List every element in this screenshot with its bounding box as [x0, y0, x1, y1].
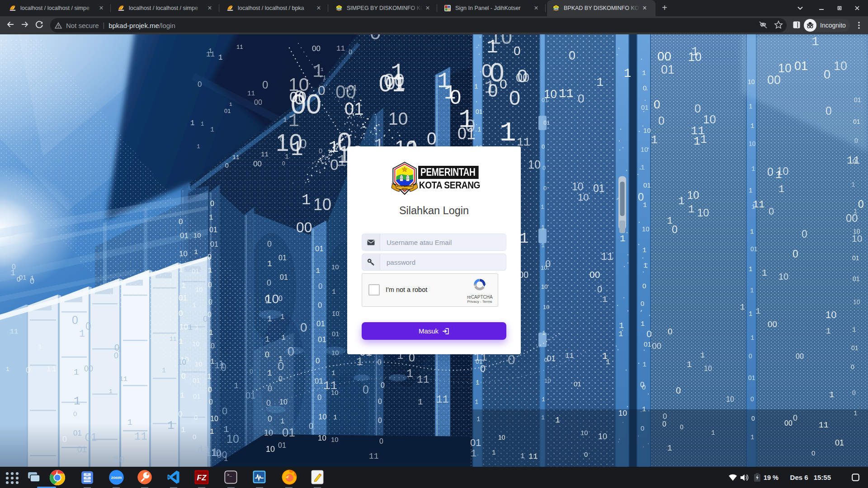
svg-text:1: 1 [775, 169, 782, 181]
svg-text:0: 0 [597, 284, 602, 294]
svg-text:10: 10 [618, 409, 627, 418]
svg-text:0: 0 [509, 86, 520, 109]
svg-text:01: 01 [543, 119, 550, 126]
svg-text:0: 0 [680, 423, 684, 431]
svg-text:1: 1 [265, 335, 270, 344]
svg-text:0: 0 [569, 49, 576, 62]
svg-text:0: 0 [85, 320, 91, 332]
svg-text:10: 10 [703, 113, 716, 126]
svg-text:01: 01 [853, 275, 860, 282]
svg-text:0: 0 [646, 328, 652, 339]
svg-text:0: 0 [543, 185, 547, 192]
svg-text:00: 00 [767, 73, 781, 87]
svg-text:01: 01 [73, 429, 82, 437]
svg-text:1: 1 [749, 103, 752, 110]
svg-text:01: 01 [245, 390, 255, 400]
svg-text:11: 11 [10, 328, 18, 336]
svg-text:0: 0 [480, 363, 486, 374]
svg-text:11: 11 [847, 155, 860, 167]
svg-text:0: 0 [278, 375, 283, 383]
svg-text:1: 1 [542, 396, 545, 403]
svg-text:1: 1 [201, 121, 204, 127]
svg-text:1: 1 [280, 418, 285, 426]
svg-text:1: 1 [750, 434, 754, 441]
svg-text:11: 11 [119, 375, 127, 383]
svg-text:1: 1 [267, 369, 272, 378]
svg-text:01: 01 [593, 183, 605, 194]
svg-text:1: 1 [667, 216, 673, 227]
svg-text:00: 00 [657, 49, 671, 63]
svg-text:0: 0 [178, 410, 182, 418]
svg-text:10: 10 [642, 225, 650, 233]
svg-text:10: 10 [749, 140, 756, 147]
svg-text:00: 00 [384, 70, 405, 90]
svg-text:1: 1 [693, 135, 700, 148]
svg-text:0: 0 [208, 253, 212, 261]
svg-text:1: 1 [229, 102, 232, 107]
svg-text:1: 1 [234, 381, 239, 390]
svg-text:1: 1 [688, 203, 694, 216]
svg-text:10: 10 [778, 61, 792, 75]
svg-text:1: 1 [755, 306, 760, 316]
svg-text:1: 1 [596, 76, 604, 89]
svg-text:0: 0 [72, 314, 78, 326]
svg-text:10: 10 [578, 192, 589, 203]
svg-text:1: 1 [280, 313, 285, 321]
svg-text:0: 0 [854, 137, 858, 144]
svg-text:0: 0 [545, 258, 551, 269]
svg-text:1: 1 [332, 288, 336, 296]
svg-text:1: 1 [651, 134, 658, 147]
svg-text:10: 10 [490, 34, 512, 48]
svg-text:0: 0 [194, 413, 198, 421]
svg-text:0: 0 [767, 165, 774, 178]
svg-text:1: 1 [751, 165, 755, 173]
svg-text:10: 10 [331, 349, 339, 357]
svg-text:0: 0 [824, 68, 830, 81]
svg-text:0: 0 [641, 424, 644, 432]
svg-text:0: 0 [663, 412, 667, 421]
svg-text:01: 01 [180, 231, 189, 240]
svg-text:01: 01 [835, 438, 844, 447]
svg-text:0: 0 [584, 450, 588, 458]
svg-text:0: 0 [793, 413, 797, 422]
svg-text:0: 0 [769, 206, 774, 217]
svg-text:0: 0 [282, 160, 285, 167]
svg-text:0: 0 [278, 359, 284, 373]
svg-text:0: 0 [378, 398, 382, 405]
svg-text:01: 01 [794, 59, 808, 73]
svg-text:00: 00 [254, 99, 262, 106]
svg-text:1: 1 [555, 416, 560, 425]
svg-text:1: 1 [854, 410, 857, 417]
svg-text:1: 1 [642, 406, 646, 413]
svg-text:1: 1 [406, 367, 413, 380]
svg-text:10: 10 [331, 263, 339, 271]
svg-text:0: 0 [427, 129, 437, 148]
svg-text:10: 10 [580, 429, 588, 436]
svg-text:01: 01 [85, 431, 97, 443]
svg-text:0: 0 [181, 372, 185, 380]
svg-text:1: 1 [642, 247, 646, 254]
svg-text:10: 10 [852, 233, 862, 244]
svg-text:01: 01 [210, 240, 218, 248]
svg-text:10: 10 [641, 145, 648, 153]
svg-text:1: 1 [542, 330, 546, 337]
svg-text:zoom: zoom [111, 475, 122, 480]
svg-text:01: 01 [476, 108, 483, 115]
svg-text:0: 0 [73, 410, 77, 418]
svg-text:1: 1 [667, 444, 672, 453]
svg-text:0: 0 [309, 422, 313, 431]
svg-text:11: 11 [565, 352, 574, 360]
svg-text:0: 0 [198, 80, 202, 89]
svg-text:01: 01 [77, 445, 87, 454]
svg-text:0: 0 [662, 420, 666, 428]
svg-text:00: 00 [296, 219, 312, 235]
svg-text:1: 1 [291, 138, 303, 161]
svg-text:10: 10 [331, 436, 339, 443]
svg-text:1: 1 [476, 416, 480, 423]
svg-text:01: 01 [193, 376, 200, 384]
svg-text:0: 0 [750, 395, 754, 403]
svg-text:0: 0 [465, 116, 475, 136]
svg-text:0: 0 [316, 357, 320, 365]
svg-text:10: 10 [598, 432, 607, 441]
svg-text:0: 0 [668, 327, 673, 336]
